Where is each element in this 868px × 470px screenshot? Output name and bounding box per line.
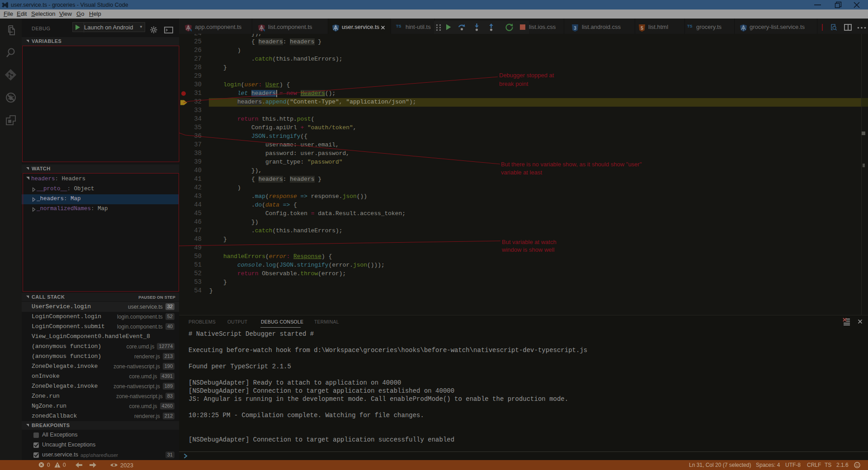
svg-text:3: 3 bbox=[574, 26, 576, 31]
svg-text:5: 5 bbox=[641, 26, 643, 31]
